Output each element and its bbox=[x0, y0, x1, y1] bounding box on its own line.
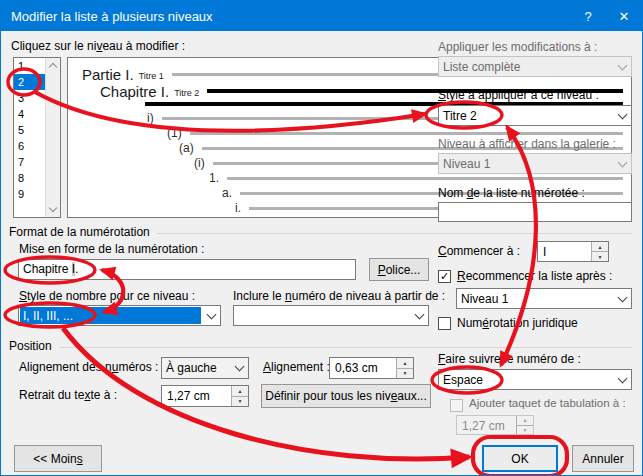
group-title: Position bbox=[9, 339, 52, 353]
list-name-input[interactable] bbox=[438, 202, 632, 222]
level-item-2-selected[interactable]: 2 bbox=[14, 74, 45, 90]
chevron-down-icon[interactable] bbox=[613, 106, 631, 125]
gallery-level-select: Niveau 1 bbox=[438, 153, 632, 174]
aligned-at-spinner[interactable]: 0,63 cm ▲▼ bbox=[329, 357, 414, 379]
spinner-up-icon: ▲ bbox=[517, 416, 533, 426]
chevron-down-icon[interactable] bbox=[410, 306, 428, 325]
window-title: Modifier la liste à plusieurs niveaux bbox=[1, 9, 570, 24]
text-indent-label: Retrait du texte à : bbox=[19, 388, 117, 402]
chevron-down-icon[interactable] bbox=[613, 370, 631, 389]
number-alignment-label: Alignement des numéros : bbox=[19, 360, 158, 374]
follow-number-select[interactable]: Espace bbox=[438, 369, 632, 390]
help-icon[interactable]: ? bbox=[570, 9, 606, 24]
chevron-down-icon bbox=[613, 57, 631, 76]
preview-line bbox=[190, 132, 623, 135]
follow-number-label: Faire suivre le numéro de : bbox=[438, 352, 581, 366]
level-item-1[interactable]: 1 bbox=[14, 58, 45, 74]
group-divider bbox=[59, 347, 632, 348]
restart-after-checkbox[interactable]: ✓ bbox=[438, 270, 451, 283]
level-item-8[interactable]: 8 bbox=[14, 170, 45, 186]
click-level-label: Cliquez sur le niveau à modifier : bbox=[11, 39, 185, 53]
check-icon: ✓ bbox=[440, 270, 449, 282]
listbox-scrollbar[interactable] bbox=[45, 58, 60, 217]
dialog-body: Cliquez sur le niveau à modifier : 1 2 3… bbox=[1, 31, 642, 475]
spinner-down-icon[interactable]: ▼ bbox=[592, 252, 608, 261]
apply-changes-label: Appliquer les modifications à : bbox=[438, 40, 597, 54]
legal-numbering-checkbox[interactable] bbox=[438, 317, 451, 330]
number-format-group-header: Format de la numérotation bbox=[9, 225, 632, 239]
group-divider bbox=[157, 233, 632, 234]
number-style-select[interactable]: I, II, III, ... bbox=[18, 305, 221, 326]
font-button[interactable]: Police... bbox=[369, 258, 429, 281]
tab-stop-label: Ajouter taquet de tabulation à : bbox=[469, 397, 626, 409]
level-item-9[interactable]: 9 bbox=[14, 186, 45, 202]
chevron-down-icon bbox=[613, 154, 631, 173]
title-bar: Modifier la liste à plusieurs niveaux ? … bbox=[1, 1, 642, 31]
spinner-down-icon[interactable]: ▼ bbox=[232, 397, 248, 407]
number-alignment-select[interactable]: À gauche bbox=[161, 357, 249, 379]
level-item-6[interactable]: 6 bbox=[14, 138, 45, 154]
close-icon[interactable]: ✕ bbox=[606, 9, 642, 24]
tab-stop-checkbox bbox=[450, 399, 463, 412]
text-indent-spinner[interactable]: 1,27 cm ▲▼ bbox=[161, 385, 249, 407]
style-for-level-label: Style à appliquer à ce niveau : bbox=[438, 88, 599, 102]
cancel-button[interactable]: Annuler bbox=[572, 445, 634, 472]
gallery-level-label: Niveau à afficher dans la galerie : bbox=[438, 137, 616, 151]
include-level-label: Inclure le numéro de niveau à partir de … bbox=[233, 289, 445, 303]
tab-stop-spinner: 1,27 cm ▲▼ bbox=[456, 415, 534, 435]
start-at-spinner[interactable]: I ▲▼ bbox=[537, 241, 609, 262]
number-format-input[interactable]: Chapitre I. bbox=[18, 259, 356, 280]
aligned-at-label: Alignement : bbox=[263, 360, 330, 374]
legal-numbering-label: Numérotation juridique bbox=[457, 316, 578, 330]
position-group-header: Position bbox=[9, 339, 632, 353]
spinner-up-icon[interactable]: ▲ bbox=[592, 242, 608, 252]
scroll-up-icon[interactable] bbox=[49, 63, 57, 71]
include-level-select[interactable] bbox=[233, 305, 429, 326]
level-listbox: 1 2 3 4 5 6 7 8 9 bbox=[13, 57, 61, 218]
list-name-label: Nom de la liste numérotée : bbox=[438, 186, 585, 200]
preview-line bbox=[227, 177, 623, 180]
level-item-4[interactable]: 4 bbox=[14, 106, 45, 122]
group-title: Format de la numérotation bbox=[9, 225, 150, 239]
restart-after-select[interactable]: Niveau 1 bbox=[456, 288, 632, 309]
level-item-5[interactable]: 5 bbox=[14, 122, 45, 138]
number-style-label: Style de nombre pour ce niveau : bbox=[19, 289, 195, 303]
start-at-label: Commencer à : bbox=[438, 244, 520, 258]
level-item-3[interactable]: 3 bbox=[14, 90, 45, 106]
restart-after-label: Recommencer la liste après : bbox=[457, 269, 612, 283]
level-item-7[interactable]: 7 bbox=[14, 154, 45, 170]
spinner-down-icon: ▼ bbox=[517, 426, 533, 435]
set-for-all-levels-button[interactable]: Définir pour tous les niveaux... bbox=[261, 384, 431, 408]
apply-changes-select: Liste complète bbox=[438, 56, 632, 77]
spinner-up-icon[interactable]: ▲ bbox=[397, 358, 413, 369]
chevron-down-icon[interactable] bbox=[230, 358, 248, 378]
scroll-down-icon[interactable] bbox=[49, 204, 57, 212]
less-button[interactable]: << Moins bbox=[14, 445, 102, 472]
chevron-down-icon[interactable] bbox=[202, 306, 220, 325]
chevron-down-icon[interactable] bbox=[613, 289, 631, 308]
ok-button[interactable]: OK bbox=[482, 445, 558, 472]
number-format-label: Mise en forme de la numérotation : bbox=[19, 242, 204, 256]
modify-multilevel-list-dialog: Modifier la liste à plusieurs niveaux ? … bbox=[0, 0, 643, 476]
spinner-down-icon[interactable]: ▼ bbox=[397, 369, 413, 379]
style-for-level-select[interactable]: Titre 2 bbox=[438, 105, 632, 126]
spinner-up-icon[interactable]: ▲ bbox=[232, 386, 248, 397]
